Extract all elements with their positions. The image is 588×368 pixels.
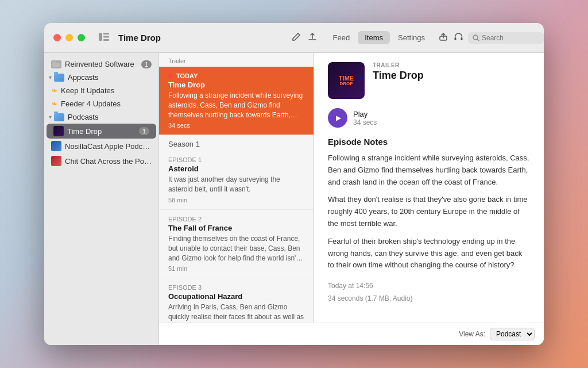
traffic-lights: [44, 34, 94, 41]
episode-list: Trailer TODAY Time Drop Following a stra…: [159, 53, 314, 323]
today-badge: TODAY: [168, 72, 304, 79]
ep1-desc: It was just another day surveying the as…: [168, 175, 304, 194]
titlebar: Time Drop Feed Items Settings: [44, 23, 544, 53]
play-button[interactable]: [328, 108, 347, 128]
timedrop-badge: 1: [139, 127, 149, 135]
edit-icon[interactable]: [292, 32, 301, 43]
window-title: Time Drop: [118, 33, 161, 43]
episode-meta-size: 34 seconds (1.7 MB, Audio): [328, 294, 530, 302]
sidebar: Reinvented Software 1 ▾ Appcasts ❧ Keep …: [44, 53, 159, 345]
detail-title: Time Drop: [373, 70, 530, 82]
content-area: Trailer TODAY Time Drop Following a stra…: [159, 53, 544, 323]
sidebar-item-nosilla[interactable]: NosillaCast Apple Podc…: [44, 139, 158, 154]
search-icon: [473, 34, 479, 41]
ep1-title: Asteroid: [168, 164, 304, 173]
svg-rect-1: [103, 33, 109, 34]
play-duration: 34 secs: [353, 118, 377, 126]
episode-notes-para1: Following a strange incident while surve…: [328, 152, 530, 188]
chitchat-artwork: [51, 156, 61, 166]
episode-meta-date: Today at 14:56: [328, 282, 530, 290]
svg-rect-3: [103, 39, 109, 41]
trailer-duration: 34 secs: [168, 122, 304, 129]
search-box[interactable]: [468, 32, 544, 44]
view-as-select[interactable]: Podcast: [490, 328, 535, 340]
ep1-duration: 58 min: [168, 197, 304, 204]
reinvented-icon: [51, 60, 61, 68]
main-window: Time Drop Feed Items Settings: [44, 23, 544, 345]
upload-icon[interactable]: [308, 32, 317, 43]
sidebar-item-keepit[interactable]: ❧ Keep It Updates: [44, 84, 158, 97]
sidebar-item-reinvented[interactable]: Reinvented Software 1: [44, 57, 158, 71]
trailer-desc: Following a strange incident while surve…: [168, 91, 304, 120]
ep3-number: EPISODE 3: [168, 284, 304, 291]
tab-settings[interactable]: Settings: [391, 31, 432, 44]
reinvented-badge: 1: [141, 60, 152, 68]
episode-notes-title: Episode Notes: [328, 137, 530, 147]
trailer-title: Time Drop: [168, 80, 304, 89]
play-label: Play: [353, 110, 377, 118]
search-input[interactable]: [482, 34, 539, 42]
headphones-icon[interactable]: [454, 32, 463, 43]
episode-trailer[interactable]: TODAY Time Drop Following a strange inci…: [159, 67, 314, 135]
detail-trailer-label: TRAILER: [373, 62, 530, 68]
tab-bar: Feed Items Settings: [326, 31, 432, 44]
timedrop-artwork: [53, 126, 64, 136]
rss-icon: ❧: [51, 86, 57, 95]
folder-icon-2: [54, 113, 64, 121]
ep3-desc: Arriving in Paris, Cass, Ben and Gizmo q…: [168, 302, 304, 323]
ep3-title: Occupational Hazard: [168, 292, 304, 301]
titlebar-icons: [439, 32, 463, 43]
today-label: TODAY: [176, 72, 198, 79]
titlebar-actions: [292, 32, 317, 43]
feeder-label: Feeder 4 Updates: [61, 99, 152, 108]
minimize-button[interactable]: [65, 34, 73, 41]
maximize-button[interactable]: [78, 34, 85, 41]
sidebar-item-feeder[interactable]: ❧ Feeder 4 Updates: [44, 97, 158, 110]
view-as-bar: View As: Podcast: [159, 323, 544, 345]
play-info: Play 34 secs: [353, 110, 377, 126]
detail-artwork: TIME DROP: [328, 62, 365, 99]
svg-rect-5: [455, 37, 457, 40]
rss-icon-2: ❧: [51, 99, 57, 108]
chitchat-label: Chit Chat Across the Po…: [65, 157, 152, 166]
main-content: Reinvented Software 1 ▾ Appcasts ❧ Keep …: [44, 53, 544, 345]
svg-rect-2: [103, 36, 109, 37]
sidebar-group-appcasts[interactable]: ▾ Appcasts: [44, 71, 158, 84]
episode-3[interactable]: EPISODE 3 Occupational Hazard Arriving i…: [159, 278, 314, 323]
appcasts-label: Appcasts: [68, 73, 98, 82]
ep2-number: EPISODE 2: [168, 216, 304, 223]
titlebar-middle: Time Drop: [109, 32, 326, 43]
svg-rect-9: [52, 62, 56, 64]
ep1-number: EPISODE 1: [168, 156, 304, 163]
tab-feed[interactable]: Feed: [326, 31, 357, 44]
podcasts-label: Podcasts: [68, 113, 98, 121]
chevron-down-icon: ▾: [49, 74, 52, 80]
artwork-inner: TIME DROP: [328, 62, 365, 99]
trailer-header: Trailer: [159, 53, 314, 67]
episode-notes-para2: What they don't realise is that they've …: [328, 194, 530, 229]
episode-2[interactable]: EPISODE 2 The Fall of France Finding the…: [159, 210, 314, 278]
chevron-down-icon-2: ▾: [49, 114, 52, 120]
episode-1[interactable]: EPISODE 1 Asteroid It was just another d…: [159, 151, 314, 210]
detail-panel: TIME DROP TRAILER Time Drop Play: [314, 53, 544, 323]
detail-header: TIME DROP TRAILER Time Drop: [328, 62, 530, 99]
ep2-title: The Fall of France: [168, 224, 304, 232]
ep2-duration: 51 min: [168, 265, 304, 272]
sidebar-group-podcasts[interactable]: ▾ Podcasts: [44, 110, 158, 124]
nosilla-artwork: [51, 141, 61, 151]
svg-rect-0: [99, 33, 102, 41]
sidebar-toggle-icon[interactable]: [99, 33, 109, 43]
share-icon[interactable]: [439, 32, 448, 43]
keepit-label: Keep It Updates: [61, 86, 152, 95]
svg-rect-6: [461, 37, 463, 40]
unread-dot: [168, 74, 173, 78]
tab-items[interactable]: Items: [358, 31, 390, 44]
sidebar-item-timedrop[interactable]: Time Drop 1: [47, 124, 156, 139]
timedrop-label: Time Drop: [67, 127, 139, 136]
folder-icon: [54, 74, 64, 82]
view-as-label: View As:: [459, 330, 485, 338]
nosilla-label: NosillaCast Apple Podc…: [65, 142, 152, 151]
close-button[interactable]: [53, 34, 61, 41]
sidebar-item-chitchat[interactable]: Chit Chat Across the Po…: [44, 154, 158, 168]
episode-notes-para3: Fearful of their broken ship's technolog…: [328, 236, 530, 271]
